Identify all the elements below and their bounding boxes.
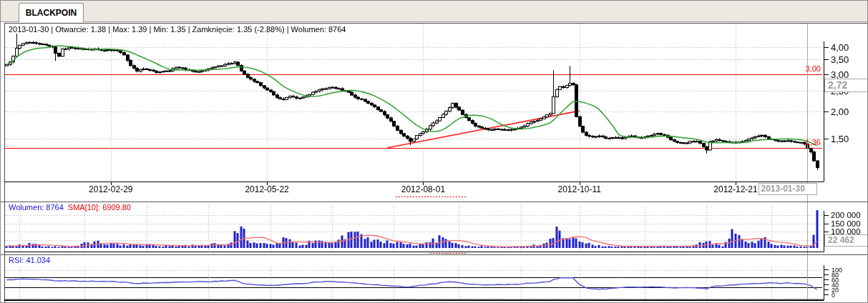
price-axis-tick-label: 1,50 — [831, 134, 849, 144]
charting-app-window: BLACKPOIN 2013-01-30 | Otwarcie: 1.38 | … — [0, 0, 868, 303]
chart-canvas[interactable] — [1, 1, 868, 303]
ohlc-info-bar: 2013-01-30 | Otwarcie: 1.38 | Max: 1.39 … — [9, 25, 346, 34]
price-axis-tick-label: 4,00 — [831, 42, 849, 53]
price-axis-tick-label: 3,50 — [831, 54, 849, 65]
date-axis-tick-label: 2012-08-01 — [394, 184, 452, 194]
crosshair-price-box: 2,72 — [824, 79, 868, 92]
rsi-panel-label: RSI: 41.034 — [9, 256, 50, 264]
price-level-label: 1,36 — [786, 138, 821, 146]
crosshair-date-box: 2013-01-30 — [759, 183, 817, 195]
date-axis-tick-label: 2012-10-11 — [551, 184, 608, 194]
date-axis-tick-label: 2012-05-22 — [238, 184, 296, 194]
volume-sma-label: SMA[10]: 6909.80 — [68, 203, 131, 212]
date-axis-tick-label: 2012-02-29 — [82, 184, 140, 194]
price-level-label: 3,00 — [786, 64, 821, 73]
volume-value-label: Wolumen: 8764 — [9, 203, 64, 212]
volume-panel-label: Wolumen: 8764SMA[10]: 6909.80 — [9, 203, 131, 212]
volume-axis-tick-label: 200 000 — [831, 211, 861, 219]
rsi-axis-tick-label: 0 — [832, 292, 835, 299]
date-axis-tick-label: 2012-12-21 — [707, 184, 764, 194]
crosshair-volume-box: 22 462 — [824, 234, 868, 247]
price-axis-tick-label: 2,00 — [831, 106, 849, 117]
volume-axis-tick-label: 150 000 — [831, 219, 861, 228]
